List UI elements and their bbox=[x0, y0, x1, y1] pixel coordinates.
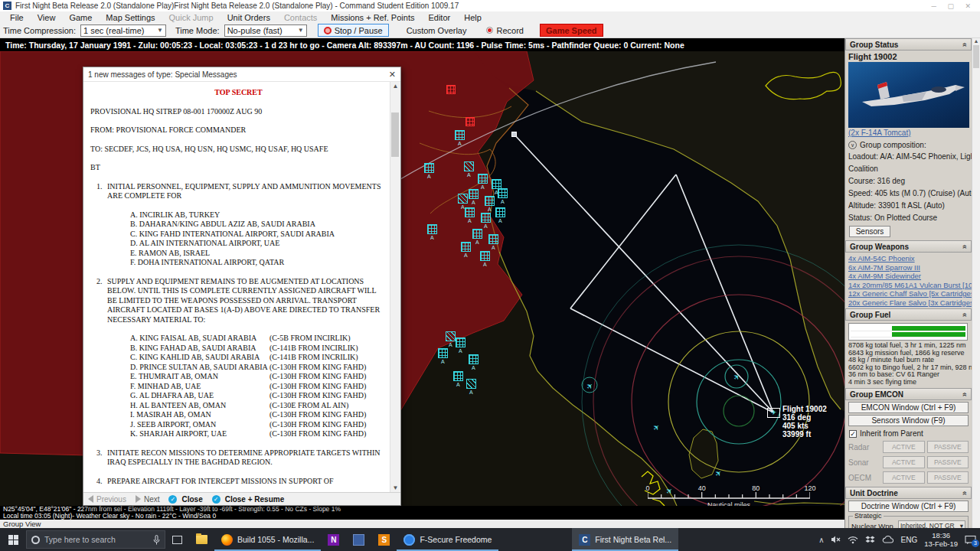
emcon-window-button[interactable]: EMCON Window (Ctrl + F9) bbox=[848, 402, 969, 413]
close-resume-check-icon[interactable]: ✓ bbox=[212, 495, 220, 504]
taskbar-clock[interactable]: 18:36 13-Feb-19 bbox=[924, 531, 958, 548]
map-unit-grid[interactable]: A bbox=[485, 196, 495, 206]
scroll-down-icon[interactable]: ▼ bbox=[393, 484, 399, 491]
active-button[interactable]: ACTIVE bbox=[883, 471, 925, 484]
file-explorer-button[interactable] bbox=[189, 528, 214, 551]
map-unit-grid[interactable]: A bbox=[465, 207, 475, 217]
map-unit-slash[interactable]: A bbox=[464, 161, 474, 171]
next-icon[interactable] bbox=[136, 495, 141, 503]
map-unit-plane[interactable]: ✈ bbox=[713, 468, 724, 479]
map-unit-grid[interactable]: A bbox=[481, 213, 491, 223]
menu-quick-jump[interactable]: Quick Jump bbox=[162, 13, 220, 22]
menu-game[interactable]: Game bbox=[62, 13, 99, 22]
weapon-link[interactable]: 14x 20mm/85 M61A1 Vulcan Burst [100 rnds… bbox=[845, 281, 972, 290]
unit-doctrine-header[interactable]: Unit Doctrine» bbox=[845, 487, 972, 499]
generic-app-button[interactable] bbox=[346, 528, 371, 551]
doctrine-window-button[interactable]: Doctrine Window (Ctrl + F9) bbox=[848, 500, 969, 512]
map-unit-grid[interactable]: A bbox=[453, 371, 463, 381]
close-icon[interactable]: ✕ bbox=[389, 70, 396, 80]
map-unit-grid[interactable]: A bbox=[495, 207, 505, 217]
sensors-window-button[interactable]: Sensors Window (F9) bbox=[848, 415, 969, 426]
group-status-header[interactable]: Group Status» bbox=[845, 38, 972, 51]
close-check-icon[interactable]: ✓ bbox=[168, 495, 177, 504]
menu-missions-ref-points[interactable]: Missions + Ref. Points bbox=[324, 13, 421, 22]
map-unit-red[interactable] bbox=[446, 85, 456, 94]
custom-overlay-button[interactable]: Custom Overlay bbox=[401, 24, 472, 37]
previous-icon[interactable] bbox=[88, 495, 93, 503]
onenote-button[interactable]: N bbox=[321, 528, 346, 551]
firefox-button[interactable]: Build 1055 - Mozilla... bbox=[214, 528, 321, 551]
window-caption-buttons[interactable]: ─ ▢ ✕ bbox=[932, 2, 975, 10]
map-unit-plane[interactable]: ✈ bbox=[651, 422, 662, 433]
inherit-from-parent-row[interactable]: ✓ Inherit from Parent bbox=[845, 428, 972, 439]
menu-contacts[interactable]: Contacts bbox=[277, 13, 324, 22]
scroll-thumb[interactable] bbox=[973, 45, 979, 68]
volume-muted-icon[interactable] bbox=[831, 535, 841, 544]
map-unit-slash[interactable]: A bbox=[458, 194, 468, 204]
passive-button[interactable]: PASSIVE bbox=[927, 456, 969, 468]
expand-icon[interactable]: ∨ bbox=[848, 141, 857, 149]
game-speed-button[interactable]: Game Speed bbox=[540, 24, 603, 37]
close-button[interactable]: Close bbox=[181, 495, 202, 504]
menu-map-settings[interactable]: Map Settings bbox=[99, 13, 162, 22]
group-weapons-header[interactable]: Group Weapons» bbox=[845, 240, 972, 253]
record-toggle[interactable]: Record bbox=[481, 24, 528, 37]
selected-flight-icon[interactable]: ✈ bbox=[767, 408, 780, 418]
previous-button[interactable]: Previous bbox=[96, 495, 126, 504]
close-resume-button[interactable]: Close + Resume bbox=[225, 495, 285, 504]
map-unit-plane[interactable]: ✈ bbox=[584, 381, 595, 392]
map-unit-wp[interactable] bbox=[511, 132, 517, 137]
map-unit-grid[interactable]: A bbox=[498, 188, 508, 198]
fsecure-button[interactable]: F-Secure Freedome bbox=[397, 528, 498, 551]
passive-button[interactable]: PASSIVE bbox=[927, 471, 969, 484]
active-button[interactable]: ACTIVE bbox=[883, 441, 925, 453]
map-unit-grid[interactable]: A bbox=[480, 251, 490, 261]
aircraft-type-link[interactable]: (2x F-14A Tomcat) bbox=[845, 128, 972, 139]
scroll-thumb[interactable] bbox=[391, 112, 399, 157]
scroll-up-icon[interactable]: ▲ bbox=[972, 38, 980, 44]
weapon-link[interactable]: 4x AIM-9M Sidewinder bbox=[845, 272, 972, 281]
language-indicator[interactable]: ENG bbox=[900, 536, 917, 544]
menu-editor[interactable]: Editor bbox=[421, 13, 457, 22]
map-unit-slash[interactable]: A bbox=[466, 379, 476, 389]
map-unit-plane[interactable]: ✈ bbox=[731, 372, 742, 383]
scroll-up-icon[interactable]: ▲ bbox=[393, 83, 399, 90]
sidebar-scrollbar[interactable]: ▲ bbox=[972, 38, 980, 528]
weapon-link[interactable]: 4x AIM-54C Phoenix bbox=[845, 254, 972, 263]
map-unit-grid[interactable]: A bbox=[488, 234, 498, 244]
onedrive-cloud-icon[interactable] bbox=[882, 536, 893, 543]
time-mode-select[interactable]: No-pulse (fast)▼ bbox=[224, 24, 307, 37]
menu-unit-orders[interactable]: Unit Orders bbox=[220, 13, 277, 22]
group-fuel-header[interactable]: Group Fuel» bbox=[845, 308, 972, 321]
map-unit-slash[interactable]: A bbox=[446, 331, 456, 341]
stop-pause-button[interactable]: Stop / Pause bbox=[318, 24, 389, 37]
active-button[interactable]: ACTIVE bbox=[883, 456, 925, 468]
tray-expand-icon[interactable]: ∧ bbox=[818, 536, 824, 544]
next-button[interactable]: Next bbox=[144, 495, 160, 504]
map-unit-grid[interactable]: A bbox=[469, 354, 479, 364]
menu-view[interactable]: View bbox=[31, 13, 63, 22]
map-unit-grid[interactable]: A bbox=[438, 348, 448, 358]
sublime-button[interactable]: S bbox=[371, 528, 397, 551]
message-scrollbar[interactable]: ▲ ▼ bbox=[390, 82, 400, 492]
sensors-button[interactable]: Sensors bbox=[849, 226, 890, 237]
map-unit-grid[interactable]: A bbox=[424, 163, 434, 173]
map-unit-grid[interactable]: A bbox=[472, 229, 482, 239]
map-unit-grid[interactable]: A bbox=[456, 337, 466, 347]
menu-help[interactable]: Help bbox=[457, 13, 488, 22]
map-unit-grid[interactable]: A bbox=[455, 130, 465, 140]
passive-button[interactable]: PASSIVE bbox=[927, 441, 969, 453]
map-unit-grid[interactable]: A bbox=[469, 189, 479, 199]
start-button[interactable] bbox=[0, 528, 26, 551]
weapon-link[interactable]: 12x Generic Chaff Salvo [5x Cartridges] bbox=[845, 289, 972, 298]
nuclear-wpn-select[interactable]: Inherited, NOT GR▾ bbox=[898, 520, 965, 528]
action-center-button[interactable]: 3 bbox=[965, 535, 976, 545]
weapon-link[interactable]: 20x Generic Flare Salvo [3x Cartridges, … bbox=[845, 298, 972, 308]
taskbar-search[interactable]: Type here to search bbox=[26, 530, 165, 549]
task-view-button[interactable] bbox=[165, 528, 189, 551]
menu-file[interactable]: File bbox=[3, 13, 31, 22]
microphone-icon[interactable] bbox=[153, 535, 160, 545]
map-unit-grid[interactable]: A bbox=[461, 242, 471, 252]
wifi-icon[interactable] bbox=[848, 536, 858, 544]
checkbox-checked-icon[interactable]: ✓ bbox=[849, 430, 857, 438]
